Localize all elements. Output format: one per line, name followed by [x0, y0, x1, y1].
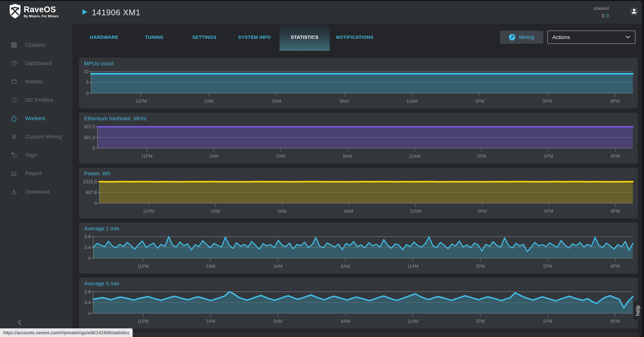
svg-text:2PM: 2PM	[476, 264, 485, 269]
person-icon	[631, 8, 637, 15]
play-icon	[82, 9, 87, 16]
charts-container: MPUs count105011PM2AM5AM8AM11AM2PM5PM8PM…	[79, 58, 638, 337]
svg-text:11PM: 11PM	[143, 209, 154, 214]
chart-title: Average 5 min	[84, 280, 119, 287]
svg-text:11AM: 11AM	[407, 264, 418, 269]
svg-text:8AM: 8AM	[340, 99, 349, 104]
sidebar-item-dashboard[interactable]: Dashboard	[0, 54, 72, 73]
user-avatar[interactable]	[630, 7, 638, 16]
status-url-tooltip: https://accounts.raveos.com/#/private/ri…	[0, 328, 132, 337]
actions-dropdown[interactable]: Actions	[547, 31, 636, 44]
main-content: HARDWARETUNINGSETTINGSSYSTEM INFOSTATIST…	[72, 24, 642, 337]
mining-label: Mining	[519, 34, 534, 40]
svg-text:5AM: 5AM	[278, 209, 286, 214]
sidebar-item-workers[interactable]: Workers	[0, 109, 72, 128]
svg-text:0: 0	[92, 146, 95, 151]
svg-text:11AM: 11AM	[407, 319, 418, 324]
svg-text:5PM: 5PM	[543, 319, 552, 324]
tab-system-info[interactable]: SYSTEM INFO	[230, 24, 280, 51]
svg-text:5AM: 5AM	[273, 319, 282, 324]
svg-text:11AM: 11AM	[409, 154, 420, 159]
svg-text:11PM: 11PM	[141, 154, 152, 159]
sidebar-collapse-button[interactable]	[16, 319, 23, 326]
sidebar-item-custom-mining[interactable]: Custom Mining	[0, 128, 72, 146]
wallet-icon	[10, 78, 18, 85]
svg-text:10: 10	[84, 69, 88, 74]
sidebar-item-oc-profiles[interactable]: OC Profiles	[0, 91, 72, 109]
sidebar-item-tags[interactable]: Tags	[0, 146, 72, 164]
svg-text:161.3: 161.3	[84, 135, 95, 140]
drop-icon	[10, 115, 18, 122]
svg-text:2AM: 2AM	[206, 264, 215, 269]
chevron-down-icon	[625, 36, 630, 39]
svg-text:11AM: 11AM	[406, 99, 418, 104]
actions-label: Actions	[552, 34, 570, 40]
sidebar: ClustersDashboardWalletsOC ProfilesWorke…	[0, 24, 72, 337]
chart-plot-ethereum-hashrate-mh-s: 322.5161.3011PM2AM5AM8AM11AM2PM5PM8PM	[84, 125, 633, 162]
raveos-logo[interactable]: RaveOS By Miners. For Miners	[9, 4, 58, 20]
svg-text:5AM: 5AM	[272, 99, 281, 104]
svg-text:1215.5: 1215.5	[83, 179, 97, 184]
chart-plot-average-5-min: 0.80.4011PM2AM5AM8AM11AM2PM5PM8PM	[84, 290, 633, 327]
svg-text:8PM: 8PM	[611, 154, 620, 159]
sidebar-item-download[interactable]: Download	[0, 183, 72, 201]
toolbar: Mining Actions	[500, 24, 642, 51]
sidebar-item-clusters[interactable]: Clusters	[0, 36, 72, 54]
mining-status-button[interactable]: Mining	[500, 31, 544, 44]
svg-text:2AM: 2AM	[209, 154, 218, 159]
tag-icon	[10, 152, 18, 158]
sidebar-item-wallets[interactable]: Wallets	[0, 73, 72, 91]
tab-settings[interactable]: SETTINGS	[179, 24, 230, 51]
tab-statistics[interactable]: STATISTICS	[280, 24, 330, 51]
shield-logo-icon	[9, 4, 21, 20]
svg-text:11AM: 11AM	[410, 209, 421, 214]
svg-text:8AM: 8AM	[344, 209, 353, 214]
svg-text:2AM: 2AM	[206, 319, 215, 324]
chart-plot-power-wh: 1215.5607.8011PM2AM5AM8AM11AM2PM5PM8PM	[84, 180, 633, 217]
chart-plot-average-1-min: 0.90.4011PM2AM5AM8AM11AM2PM5PM8PM	[84, 235, 633, 272]
svg-text:2PM: 2PM	[475, 99, 484, 104]
help-tab[interactable]: help	[634, 301, 642, 320]
svg-text:2AM: 2AM	[204, 99, 213, 104]
svg-text:11PM: 11PM	[137, 264, 148, 269]
svg-text:2PM: 2PM	[478, 209, 486, 214]
chart-title: MPUs count	[84, 61, 114, 67]
svg-text:8AM: 8AM	[341, 264, 350, 269]
svg-text:5AM: 5AM	[273, 264, 282, 269]
user-info[interactable]: oneevil $0	[593, 6, 609, 19]
pickaxe-icon	[509, 34, 515, 41]
svg-text:8PM: 8PM	[610, 319, 620, 324]
svg-text:0.4: 0.4	[84, 245, 91, 250]
tab-notifications[interactable]: NOTIFICATIONS	[330, 24, 380, 51]
sidebar-item-label: OC Profiles	[25, 97, 53, 103]
help-label: help	[635, 305, 641, 316]
sidebar-item-label: Tags	[25, 152, 37, 158]
svg-text:5: 5	[86, 80, 88, 85]
username: oneevil	[593, 6, 609, 11]
svg-text:11PM: 11PM	[136, 99, 147, 104]
chart-panel-ethereum-hashrate-mh-s: Ethereum hashrate, MH/s322.5161.3011PM2A…	[79, 113, 638, 163]
svg-text:0.8: 0.8	[84, 289, 91, 294]
svg-text:0.9: 0.9	[84, 234, 91, 239]
svg-text:5PM: 5PM	[543, 264, 552, 269]
svg-text:2AM: 2AM	[210, 209, 220, 214]
chart-panel-mpus-count: MPUs count105011PM2AM5AM8AM11AM2PM5PM8PM	[79, 58, 638, 108]
brand-name: RaveOS	[24, 5, 58, 14]
svg-text:0: 0	[94, 201, 97, 206]
svg-text:8AM: 8AM	[341, 319, 350, 324]
gear-icon	[10, 133, 18, 140]
sidebar-nav: ClustersDashboardWalletsOC ProfilesWorke…	[0, 24, 72, 201]
sidebar-item-label: Workers	[25, 115, 46, 121]
svg-text:5PM: 5PM	[543, 99, 552, 104]
tab-bar: HARDWARETUNINGSETTINGSSYSTEM INFOSTATIST…	[72, 24, 642, 51]
balance-currency: $	[602, 13, 604, 19]
tab-hardware[interactable]: HARDWARE	[79, 24, 129, 51]
svg-text:0: 0	[86, 91, 88, 96]
svg-text:5AM: 5AM	[276, 154, 285, 159]
vertical-scrollbar[interactable]	[642, 0, 644, 337]
sidebar-item-report[interactable]: Report	[0, 164, 72, 183]
logo-text: RaveOS By Miners. For Miners	[24, 5, 58, 18]
svg-text:5PM: 5PM	[544, 209, 553, 214]
tab-tuning[interactable]: TUNING	[129, 24, 179, 51]
chart-title: Power, Wh	[84, 170, 110, 177]
